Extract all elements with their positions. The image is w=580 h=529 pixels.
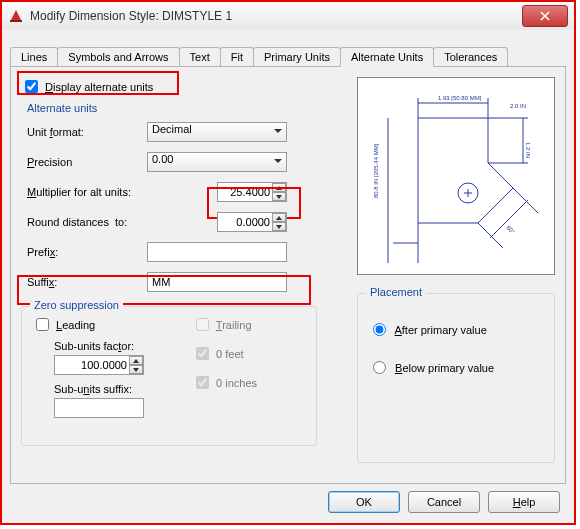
prefix-input[interactable] [147,242,287,262]
below-primary-label: Below primary value [395,362,494,374]
leading-label: Leading [56,319,95,331]
zero-feet-label: 0 feet [216,348,244,360]
tab-symbols-and-arrows[interactable]: Symbols and Arrows [57,47,179,66]
tab-fit[interactable]: Fit [220,47,254,66]
svg-text:1.2 IN: 1.2 IN [525,142,531,158]
multiplier-spinner[interactable] [272,183,286,201]
zero-inches-checkbox [196,376,209,389]
trailing-label: Trailing [216,319,252,331]
display-alternate-units-label: Display alternate units [45,81,153,93]
round-spinner[interactable] [272,213,286,231]
suffix-input[interactable] [147,272,287,292]
tab-primary-units[interactable]: Primary Units [253,47,341,66]
cancel-button[interactable]: Cancel [408,491,480,513]
after-primary-label: After primary value [394,324,486,336]
suffix-label: Suffix: [27,276,147,288]
svg-rect-1 [10,20,22,22]
prefix-label: Prefix: [27,246,147,258]
tab-panel: 1.93 [50.80 MM] 1.2 IN 2.0 IN 80.8 IN [2… [10,66,566,484]
zero-inches-label: 0 inches [216,377,257,389]
tab-strip: Lines Symbols and Arrows Text Fit Primar… [10,44,566,66]
help-button[interactable]: Help [488,491,560,513]
title-bar: Modify Dimension Style: DIMSTYLE 1 [2,2,574,31]
precision-label: Precision [27,156,147,168]
after-primary-radio[interactable] [373,323,386,336]
sub-units-suffix-input[interactable] [54,398,144,418]
app-icon [8,8,24,24]
tab-alternate-units[interactable]: Alternate Units [340,47,434,67]
leading-checkbox[interactable] [36,318,49,331]
tab-text[interactable]: Text [179,47,221,66]
placement-header: Placement [366,286,426,298]
tab-lines[interactable]: Lines [10,47,58,66]
svg-text:2.0 IN: 2.0 IN [510,103,526,109]
sub-units-factor-spinner[interactable] [129,356,143,374]
zero-suppression-header: Zero suppression [30,299,123,311]
alternate-units-header: Alternate units [27,102,327,114]
dialog-body: Lines Symbols and Arrows Text Fit Primar… [2,30,574,523]
close-icon [540,11,550,21]
unit-format-label: Unit format: [27,126,147,138]
svg-text:1.93 [50.80 MM]: 1.93 [50.80 MM] [438,95,482,101]
svg-text:80.8 IN [205.44 MM]: 80.8 IN [205.44 MM] [373,143,379,198]
sub-units-suffix-label: Sub-units suffix: [54,383,192,395]
zero-feet-checkbox [196,347,209,360]
ok-button[interactable]: OK [328,491,400,513]
window-title: Modify Dimension Style: DIMSTYLE 1 [30,9,522,23]
display-alternate-units-checkbox[interactable] [25,80,38,93]
trailing-checkbox [196,318,209,331]
tab-tolerances[interactable]: Tolerances [433,47,508,66]
button-bar: OK Cancel Help [328,491,560,513]
round-label: Round distances to: [27,216,167,228]
zero-suppression-group: Zero suppression Leading Sub-units facto… [21,306,317,446]
precision-select[interactable]: 0.00 [147,152,287,172]
unit-format-select[interactable]: Decimal [147,122,287,142]
multiplier-label: Multiplier for alt units: [27,186,167,198]
dimension-preview: 1.93 [50.80 MM] 1.2 IN 2.0 IN 80.8 IN [2… [357,77,555,275]
below-primary-radio[interactable] [373,361,386,374]
placement-group: Placement After primary value Below prim… [357,289,555,463]
dialog-window: Modify Dimension Style: DIMSTYLE 1 Lines… [0,0,576,525]
svg-text:60°: 60° [505,224,516,235]
window-close-button[interactable] [522,5,568,27]
sub-units-factor-label: Sub-units factor: [54,340,192,352]
